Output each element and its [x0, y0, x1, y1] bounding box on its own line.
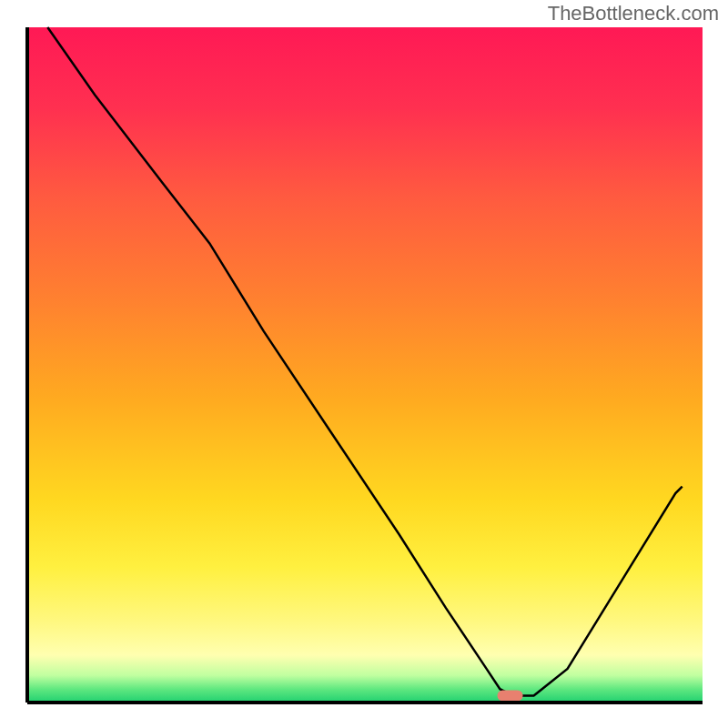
plot-background: [27, 27, 703, 703]
optimal-marker: [498, 691, 523, 702]
watermark-text: TheBottleneck.com: [548, 2, 719, 25]
bottleneck-chart: [0, 0, 728, 728]
chart-container: TheBottleneck.com: [0, 0, 728, 728]
